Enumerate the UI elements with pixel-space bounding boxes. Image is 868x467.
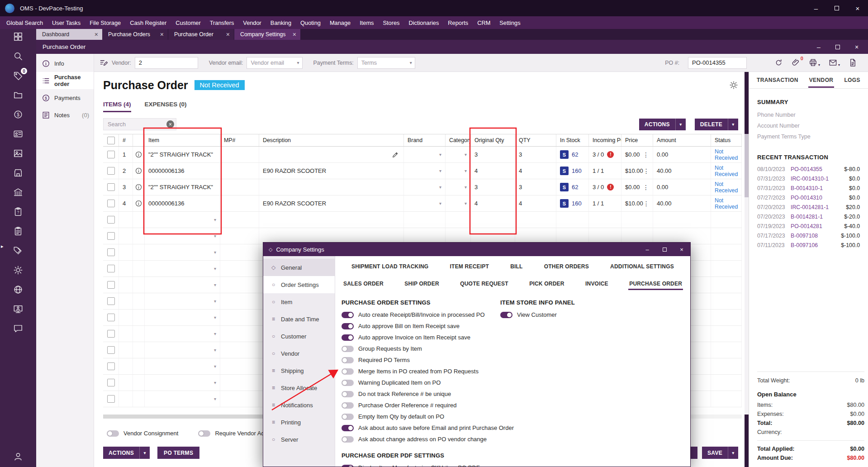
- close-icon[interactable]: ×: [673, 243, 690, 256]
- toggle-switch[interactable]: [342, 357, 354, 363]
- maximize-icon[interactable]: [826, 0, 847, 16]
- po-terms-button[interactable]: PO TERMS: [157, 447, 199, 459]
- transaction-link[interactable]: PO-0014355: [791, 165, 844, 174]
- settings-tab-shipment-load-tracking[interactable]: SHIPMENT LOAD TRACKING: [351, 258, 429, 275]
- transaction-link[interactable]: B-0097106: [791, 241, 841, 250]
- nav-item-info[interactable]: Info: [36, 55, 94, 72]
- menu-cash-register[interactable]: Cash Register: [125, 16, 171, 29]
- kebab-menu-icon[interactable]: ⋮: [643, 200, 650, 207]
- vendor-email-select[interactable]: ▾: [247, 57, 302, 69]
- edit-pencil-icon[interactable]: [392, 151, 399, 158]
- settings-tab-purchase-order[interactable]: PURCHASE ORDER: [628, 276, 683, 292]
- menu-settings[interactable]: Settings: [495, 16, 525, 29]
- kebab-menu-icon[interactable]: ⋮: [643, 151, 649, 158]
- sidebar-folder-icon[interactable]: [13, 90, 23, 100]
- settings-tab-other-orders[interactable]: OTHER ORDERS: [543, 258, 590, 275]
- menu-items[interactable]: Items: [355, 16, 378, 29]
- menu-global-search[interactable]: Global Search: [2, 16, 47, 29]
- item-select-cell[interactable]: ▾: [145, 244, 220, 260]
- sidebar-person-icon[interactable]: [13, 452, 23, 462]
- item-select-cell[interactable]: ▾: [145, 342, 220, 358]
- sidebar-gear-icon[interactable]: [13, 265, 23, 275]
- settings-nav-shipping[interactable]: ≡Shipping: [263, 362, 335, 379]
- row-checkbox[interactable]: [107, 297, 115, 305]
- settings-tab-sales-order[interactable]: SALES ORDER: [342, 276, 384, 292]
- row-checkbox[interactable]: [107, 248, 115, 256]
- settings-tab-bill[interactable]: BILL: [509, 258, 523, 275]
- vendor-input[interactable]: [135, 57, 198, 69]
- close-icon[interactable]: ×: [293, 31, 296, 38]
- panel-expand-arrow-icon[interactable]: ▸: [1, 243, 4, 249]
- item-select-cell[interactable]: ▾: [145, 277, 220, 293]
- sidebar-workstation-icon[interactable]: [13, 304, 23, 314]
- item-select-cell[interactable]: ▾: [145, 212, 220, 228]
- brand-cell[interactable]: ▾: [404, 179, 446, 195]
- sidebar-payments-icon[interactable]: $: [13, 110, 23, 119]
- toggle-switch[interactable]: [342, 436, 354, 443]
- transaction-link[interactable]: PO-0014310: [791, 193, 849, 203]
- item-select-cell[interactable]: ▾: [145, 261, 220, 276]
- row-checkbox[interactable]: [107, 395, 115, 403]
- save-button[interactable]: SAVE ▾: [702, 447, 738, 459]
- settings-nav-general[interactable]: ◇General: [263, 259, 335, 276]
- actions-button[interactable]: ACTIONS ▾: [639, 119, 686, 130]
- toggle-switch[interactable]: [107, 430, 119, 437]
- category-cell[interactable]: ▾: [446, 163, 471, 179]
- item-select-cell[interactable]: ▾: [145, 375, 220, 391]
- info-icon[interactable]: [135, 167, 142, 175]
- toggle-switch[interactable]: [500, 312, 512, 318]
- gear-icon[interactable]: [729, 81, 738, 90]
- row-checkbox[interactable]: [107, 362, 115, 370]
- document-icon[interactable]: [849, 58, 857, 67]
- row-checkbox[interactable]: [107, 265, 115, 272]
- close-icon[interactable]: ×: [847, 40, 866, 54]
- transaction-link[interactable]: IRC-0014281-1: [791, 203, 846, 212]
- footer-actions-button[interactable]: ACTIONS ▾: [103, 447, 150, 459]
- menu-manage[interactable]: Manage: [325, 16, 355, 29]
- row-checkbox[interactable]: [107, 232, 115, 240]
- po-number-input[interactable]: [688, 57, 747, 69]
- refresh-icon[interactable]: [774, 58, 783, 67]
- menu-customer[interactable]: Customer: [171, 16, 205, 29]
- info-icon[interactable]: [135, 200, 142, 207]
- delete-button[interactable]: DELETE ▾: [695, 119, 738, 130]
- nav-item-notes[interactable]: Notes(0): [36, 106, 94, 124]
- settings-tab-invoice[interactable]: INVOICE: [584, 276, 609, 292]
- print-button[interactable]: ▾: [809, 58, 820, 67]
- sidebar-clipboard-question-icon[interactable]: ?: [13, 207, 23, 217]
- settings-nav-notifications[interactable]: ≡Notifications: [263, 396, 335, 414]
- item-select-cell[interactable]: ▾: [145, 358, 220, 374]
- clear-search-icon[interactable]: ×: [166, 120, 174, 128]
- restore-icon[interactable]: [828, 40, 847, 54]
- toggle-switch[interactable]: [342, 368, 354, 375]
- nav-item-payments[interactable]: $Payments: [36, 89, 94, 106]
- chevron-down-icon[interactable]: ▾: [728, 119, 738, 130]
- settings-tab-pick-order[interactable]: PICK ORDER: [528, 276, 565, 292]
- row-checkbox[interactable]: [107, 216, 115, 224]
- sidebar-tags-icon[interactable]: [13, 246, 23, 256]
- email-button[interactable]: ▾: [829, 58, 840, 67]
- settings-tab-ship-order[interactable]: SHIP ORDER: [403, 276, 440, 292]
- row-checkbox[interactable]: [107, 167, 115, 175]
- minimize-icon[interactable]: –: [639, 243, 656, 256]
- sidebar-image-icon[interactable]: [13, 148, 23, 158]
- toggle-switch[interactable]: [342, 414, 354, 420]
- settings-nav-store-allocate[interactable]: ≡Store Allocate: [263, 379, 335, 396]
- settings-nav-server[interactable]: ○Server: [263, 431, 335, 448]
- chevron-down-icon[interactable]: ▾: [728, 447, 738, 459]
- vertical-scrollbar[interactable]: [745, 134, 749, 415]
- settings-tab-item-receipt[interactable]: ITEM RECEIPT: [449, 258, 490, 275]
- tab-dashboard[interactable]: Dashboard×: [36, 29, 102, 40]
- panel-tab-logs[interactable]: LOGS: [843, 72, 861, 88]
- toggle-switch[interactable]: [342, 402, 354, 409]
- transaction-link[interactable]: B-0014310-1: [791, 184, 849, 193]
- toggle-switch[interactable]: [342, 391, 354, 397]
- chevron-down-icon[interactable]: ▾: [675, 119, 686, 130]
- settings-tab-quote-request[interactable]: QUOTE REQUEST: [459, 276, 509, 292]
- transaction-link[interactable]: B-0097108: [791, 231, 841, 241]
- menu-stores[interactable]: Stores: [378, 16, 404, 29]
- settings-nav-vendor[interactable]: ○Vendor: [263, 345, 335, 362]
- row-checkbox[interactable]: [107, 183, 115, 191]
- kebab-menu-icon[interactable]: ⋮: [643, 184, 649, 191]
- menu-file-storage[interactable]: File Storage: [85, 16, 125, 29]
